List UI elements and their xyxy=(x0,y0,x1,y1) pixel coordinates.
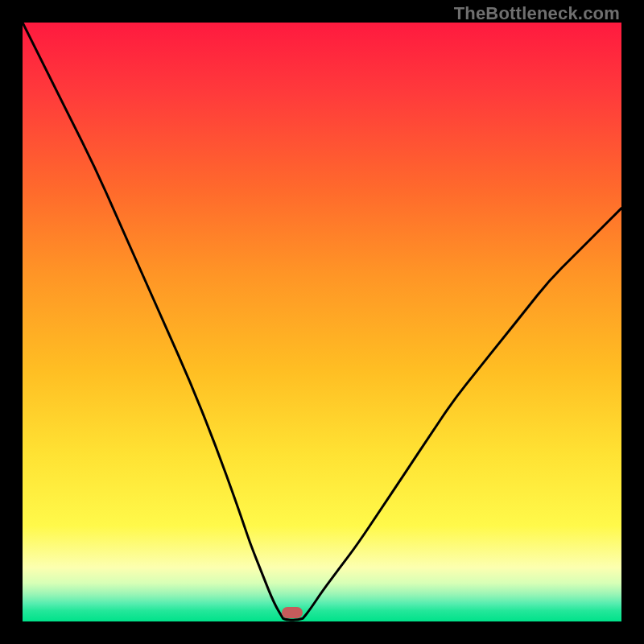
optimum-marker xyxy=(282,607,303,618)
bottleneck-curve xyxy=(23,23,621,620)
curve-layer xyxy=(23,23,621,621)
plot-area xyxy=(23,23,621,621)
frame: TheBottleneck.com xyxy=(0,0,644,644)
watermark-text: TheBottleneck.com xyxy=(454,3,620,24)
